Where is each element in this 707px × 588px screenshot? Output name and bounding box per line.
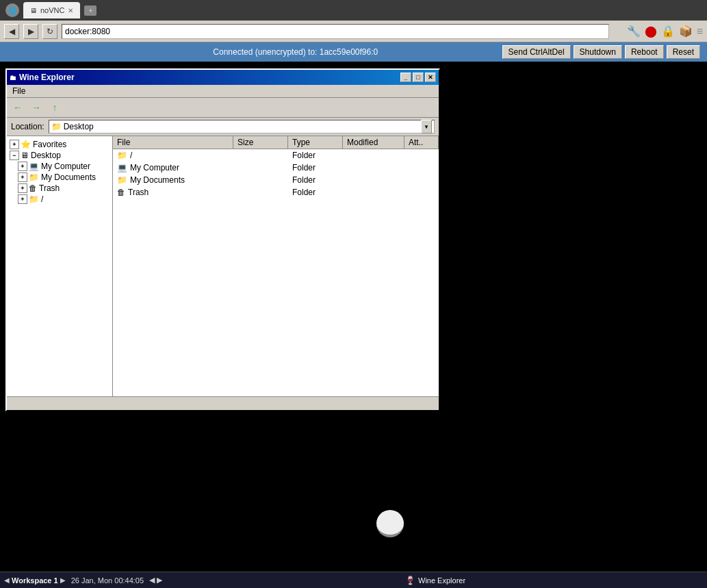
file-modified-my-computer (343, 167, 404, 168)
file-icon-trash: 🗑 (117, 188, 125, 197)
back-button[interactable]: ◀ (4, 24, 19, 39)
minimize-button[interactable]: _ (400, 73, 411, 82)
file-row-my-computer[interactable]: 💻 My Computer Folder (113, 162, 439, 174)
wine-menubar: File (7, 85, 439, 98)
tree-item-my-documents[interactable]: + 📁 My Documents (7, 172, 112, 183)
addon-icon-5: ≡ (697, 25, 703, 38)
desktop-icon: 🖥 (21, 151, 29, 160)
wine-location-bar: Location: 📁 Desktop ▼ (7, 118, 439, 136)
novnc-favicon: 🖥 (30, 7, 37, 14)
location-value: Desktop (64, 122, 94, 131)
wine-tree-panel: + ⭐ Favorites − 🖥 Desktop + 💻 My Compute… (7, 136, 113, 396)
file-name-my-computer: 💻 My Computer (113, 162, 233, 173)
location-folder-icon: 📁 (51, 122, 62, 131)
toolbar-up-button[interactable]: ↑ (47, 100, 63, 115)
shutdown-button[interactable]: Shutdown (574, 45, 622, 59)
tree-label-desktop: Desktop (31, 151, 61, 160)
browser-tab[interactable]: 🖥 noVNC ✕ (23, 2, 80, 18)
taskbar-app-item[interactable]: 🍷 Wine Explorer (168, 576, 703, 585)
tree-item-root[interactable]: + 📁 / (7, 194, 112, 205)
close-button[interactable]: ✕ (425, 73, 436, 82)
new-tab-button[interactable]: + (84, 5, 97, 16)
toolbar-forward-button[interactable]: → (28, 100, 44, 115)
col-header-file[interactable]: File (113, 136, 233, 149)
file-icon-my-documents: 📁 (117, 175, 127, 185)
tree-label-my-computer: My Computer (41, 162, 90, 171)
col-header-type[interactable]: Type (288, 136, 343, 149)
file-type-trash: Folder (288, 187, 343, 198)
wine-files-panel: File Size Type Modified Att.. 📁 / Folder (113, 136, 439, 396)
tree-item-my-computer[interactable]: + 💻 My Computer (7, 161, 112, 172)
address-bar: ◀ ▶ ↻ ☆ 🔧 ⬤ 🔒 📦 ≡ (0, 21, 707, 42)
workspace-switcher: ◀ Workspace 1 ▶ (4, 576, 66, 585)
col-header-modified[interactable]: Modified (343, 136, 404, 149)
file-size-root (233, 155, 288, 156)
tree-expand-root[interactable]: + (18, 194, 27, 204)
reboot-button[interactable]: Reboot (625, 45, 664, 59)
file-type-my-documents: Folder (288, 175, 343, 186)
browser-titlebar: 🌐 🖥 noVNC ✕ + (0, 0, 707, 21)
col-header-size[interactable]: Size (233, 136, 288, 149)
wine-content: + ⭐ Favorites − 🖥 Desktop + 💻 My Compute… (7, 136, 439, 396)
file-name-trash: 🗑 Trash (113, 187, 233, 198)
files-header: File Size Type Modified Att.. (113, 136, 439, 149)
location-combo[interactable]: 📁 Desktop ▼ (49, 120, 435, 133)
favorites-icon: ⭐ (21, 140, 31, 149)
wine-title-icon: 🖿 (10, 74, 16, 81)
tree-label-favorites: Favorites (33, 140, 66, 149)
toolbar-back-button[interactable]: ← (10, 100, 26, 115)
file-name-root: 📁 / (113, 150, 233, 161)
trash-icon: 🗑 (29, 183, 37, 193)
file-row-my-documents[interactable]: 📁 My Documents Folder (113, 174, 439, 186)
reset-button[interactable]: Reset (667, 45, 700, 59)
location-dropdown-button[interactable]: ▼ (421, 120, 432, 133)
location-label: Location: (11, 122, 44, 131)
workspace-prev-button[interactable]: ◀ (4, 576, 10, 584)
wine-titlebar: 🖿 Wine Explorer _ □ ✕ (7, 70, 439, 85)
taskbar-next-window[interactable]: ▶ (157, 576, 162, 585)
tree-expand-my-documents[interactable]: + (18, 172, 27, 182)
workspace-label: Workspace 1 (12, 576, 58, 585)
tab-label: noVNC (40, 6, 64, 14)
tree-expand-my-computer[interactable]: + (18, 162, 27, 171)
file-att-my-computer (404, 167, 439, 168)
wine-explorer-window: 🖿 Wine Explorer _ □ ✕ File ← → ↑ (5, 68, 440, 411)
bookmark-button[interactable]: ☆ (613, 25, 623, 38)
tree-expand-desktop[interactable]: − (10, 151, 19, 160)
tree-item-favorites[interactable]: + ⭐ Favorites (7, 139, 112, 150)
maximize-button[interactable]: □ (413, 73, 424, 82)
workspace-next-button[interactable]: ▶ (60, 576, 66, 584)
file-size-trash (233, 192, 288, 193)
address-input[interactable] (62, 24, 609, 39)
tree-expand-favorites[interactable]: + (10, 140, 19, 149)
taskbar-app-label: Wine Explorer (418, 576, 465, 585)
menu-file[interactable]: File (10, 86, 28, 96)
col-header-att[interactable]: Att.. (404, 136, 439, 149)
browser-icon: 🌐 (5, 3, 19, 17)
tree-item-trash[interactable]: + 🗑 Trash (7, 183, 112, 194)
tree-item-desktop[interactable]: − 🖥 Desktop (7, 150, 112, 161)
addon-icon-2: ⬤ (645, 25, 657, 38)
my-computer-icon: 💻 (29, 162, 39, 171)
refresh-button[interactable]: ↻ (42, 24, 57, 39)
file-row-root[interactable]: 📁 / Folder (113, 149, 439, 162)
addon-icon-4: 📦 (679, 25, 693, 38)
taskbar-prev-window[interactable]: ◀ (149, 576, 155, 585)
taskbar-datetime: 26 Jan, Mon 00:44:05 (71, 576, 144, 585)
file-modified-my-documents (343, 179, 404, 181)
taskbar-wine-icon: 🍷 (405, 576, 415, 585)
loading-indicator (376, 510, 404, 537)
send-ctrl-alt-del-button[interactable]: Send CtrlAltDel (502, 45, 571, 59)
tree-expand-trash[interactable]: + (18, 183, 27, 193)
file-type-root: Folder (288, 150, 343, 161)
forward-button[interactable]: ▶ (23, 24, 38, 39)
file-att-trash (404, 192, 439, 193)
root-icon: 📁 (29, 194, 39, 204)
file-modified-root (343, 155, 404, 156)
file-size-my-documents (233, 179, 288, 181)
tab-close-button[interactable]: ✕ (68, 7, 73, 14)
wine-statusbar (7, 396, 439, 410)
tree-label-root: / (41, 194, 43, 204)
wine-title-left: 🖿 Wine Explorer (10, 73, 75, 82)
file-row-trash[interactable]: 🗑 Trash Folder (113, 186, 439, 199)
